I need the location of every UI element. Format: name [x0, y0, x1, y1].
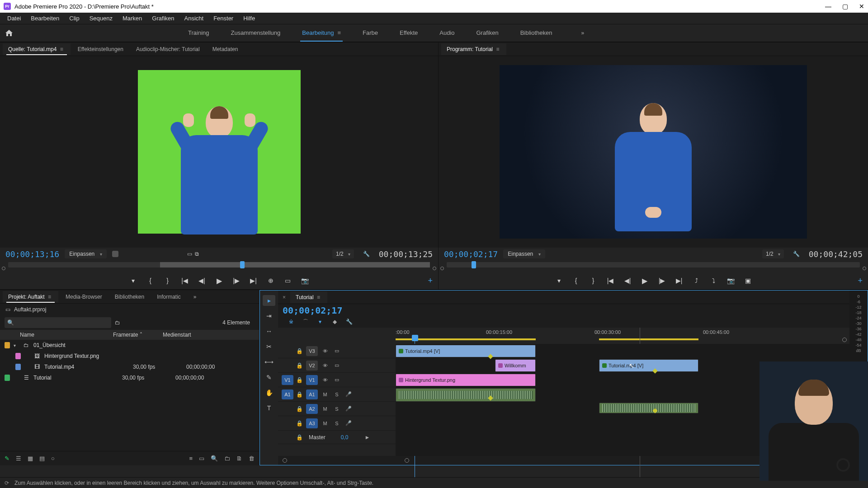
- menu-sequenz[interactable]: Sequenz: [85, 13, 117, 23]
- goto-out-button[interactable]: ▶|: [675, 276, 684, 285]
- project-header-row[interactable]: Name Framerate ˄ Medienstart: [0, 330, 259, 340]
- find-icon[interactable]: 🔍: [211, 455, 218, 462]
- eye-icon[interactable]: 👁: [321, 348, 330, 354]
- menu-hilfe[interactable]: Hilfe: [239, 13, 259, 23]
- step-fwd-button[interactable]: |▶: [657, 276, 666, 285]
- ws-overflow-icon[interactable]: »: [581, 30, 584, 36]
- goto-out-button[interactable]: ▶|: [249, 276, 258, 285]
- master-value[interactable]: 0,0: [341, 434, 349, 441]
- label-swatch[interactable]: [5, 342, 10, 348]
- program-fit-dropdown[interactable]: Einpassen: [503, 249, 545, 258]
- list-view-icon[interactable]: ☰: [16, 455, 21, 462]
- program-viewer[interactable]: [439, 56, 868, 248]
- button-editor-icon[interactable]: +: [858, 276, 863, 286]
- source-res-dropdown[interactable]: 1/2: [332, 249, 354, 258]
- source-viewer[interactable]: [0, 56, 438, 248]
- track-target-a3[interactable]: A3: [306, 418, 318, 428]
- project-row[interactable]: 🎞 Tutorial.mp4 30,00 fps 00;00;00;00: [0, 361, 259, 372]
- close-button[interactable]: ✕: [859, 3, 864, 10]
- disclosure-icon[interactable]: ▾: [14, 343, 19, 348]
- mute-button[interactable]: M: [321, 406, 330, 412]
- track-target-a2[interactable]: A2: [306, 404, 318, 414]
- clip-audio[interactable]: [396, 388, 536, 402]
- lock-icon[interactable]: 🔒: [296, 434, 303, 441]
- sort-icon[interactable]: ≡: [189, 455, 193, 462]
- tabs-overflow-icon[interactable]: »: [188, 291, 202, 303]
- eye-icon[interactable]: 👁: [321, 377, 330, 383]
- step-back-button[interactable]: ◀|: [623, 276, 632, 285]
- comparison-button[interactable]: ▣: [743, 276, 752, 285]
- zoom-handle-icon[interactable]: [842, 338, 847, 342]
- clip-image[interactable]: Hintergrund Textur.png: [396, 374, 536, 386]
- project-row[interactable]: ☰ Tutorial 30,00 fps 00;00;00;00: [0, 372, 259, 383]
- solo-button[interactable]: S: [332, 392, 341, 397]
- ws-farbe[interactable]: Farbe: [361, 25, 380, 42]
- tab-menu-icon[interactable]: ≡: [58, 46, 65, 52]
- program-timebar[interactable]: [439, 260, 868, 272]
- automate-icon[interactable]: ▭: [199, 455, 204, 462]
- menu-bearbeiten[interactable]: Bearbeiten: [26, 13, 64, 23]
- clip-title[interactable]: Willkomm: [495, 359, 536, 372]
- lock-icon[interactable]: 🔒: [296, 406, 303, 412]
- home-icon[interactable]: [4, 28, 14, 38]
- icon-view-icon[interactable]: ▦: [28, 455, 33, 462]
- label-swatch[interactable]: [5, 375, 10, 381]
- project-row[interactable]: 🖼 Hintergrund Textur.png: [0, 351, 259, 361]
- ws-bearbeitung[interactable]: Bearbeitung≡: [300, 25, 343, 42]
- col-name[interactable]: Name: [5, 332, 113, 338]
- insert-button[interactable]: ⊕: [266, 276, 275, 285]
- menu-grafiken[interactable]: Grafiken: [147, 13, 179, 23]
- track-target-a1[interactable]: A1: [306, 389, 318, 399]
- eye-icon[interactable]: 👁: [321, 363, 330, 368]
- tab-program[interactable]: Programm: Tutorial ≡: [441, 43, 506, 55]
- menu-marken[interactable]: Marken: [118, 13, 146, 23]
- maximize-button[interactable]: ▢: [842, 3, 848, 10]
- solo-button[interactable]: S: [332, 406, 341, 412]
- goto-in-button[interactable]: |◀: [606, 276, 615, 285]
- timeline-ruler[interactable]: :00:00 00:00:15:00 00:00:30:00 00:00:45:…: [396, 328, 849, 344]
- lock-icon[interactable]: 🔒: [296, 377, 303, 383]
- menu-fenster[interactable]: Fenster: [209, 13, 238, 23]
- settings-icon[interactable]: 🔧: [345, 318, 353, 326]
- mute-button[interactable]: M: [321, 392, 330, 397]
- sequence-tab[interactable]: Tutorial ≡: [290, 291, 327, 303]
- mark-out-button[interactable]: }: [589, 276, 598, 285]
- tab-menu-icon[interactable]: ≡: [315, 294, 322, 300]
- minimize-button[interactable]: —: [825, 3, 831, 10]
- tab-media-browser[interactable]: Media-Browser: [60, 291, 108, 303]
- tab-effekteinstellungen[interactable]: Effekteinstellungen: [72, 43, 129, 55]
- linked-selection-icon[interactable]: ⌒: [302, 318, 310, 326]
- tab-menu-icon[interactable]: ≡: [46, 294, 53, 300]
- item-name[interactable]: Tutorial: [33, 375, 118, 381]
- project-row[interactable]: ▾ 🗀 01_Übersicht: [0, 340, 259, 351]
- close-sequence-icon[interactable]: ×: [281, 294, 288, 300]
- overwrite-button[interactable]: ▭: [283, 276, 292, 285]
- source-timecode[interactable]: 00;00;13;16: [5, 249, 59, 259]
- step-fwd-button[interactable]: |▶: [232, 276, 241, 285]
- ws-audio[interactable]: Audio: [438, 25, 456, 42]
- type-tool[interactable]: T: [263, 403, 275, 413]
- source-patch-v1[interactable]: V1: [282, 375, 293, 385]
- new-item-icon[interactable]: 🗎: [236, 455, 242, 462]
- lock-icon[interactable]: 🔒: [296, 348, 303, 354]
- ws-effekte[interactable]: Effekte: [398, 25, 420, 42]
- play-button[interactable]: ▶: [215, 276, 224, 285]
- track-select-tool[interactable]: ⇥: [263, 310, 275, 321]
- program-res-dropdown[interactable]: 1/2: [762, 249, 784, 258]
- record-icon[interactable]: 🎤: [344, 406, 353, 412]
- step-back-button[interactable]: ◀|: [198, 276, 207, 285]
- source-patch-a1[interactable]: A1: [282, 389, 293, 399]
- new-bin-icon[interactable]: 🗀: [224, 455, 230, 462]
- source-timebar[interactable]: [0, 260, 438, 272]
- extract-button[interactable]: ⤵: [709, 276, 718, 285]
- hand-tool[interactable]: ✋: [263, 387, 275, 398]
- slip-tool[interactable]: ⟷: [263, 357, 275, 367]
- razor-tool[interactable]: ✂: [263, 341, 275, 352]
- play-button[interactable]: ▶: [640, 276, 649, 285]
- drag-video-icon[interactable]: ▭: [187, 251, 192, 257]
- ws-menu-icon[interactable]: ≡: [337, 29, 341, 36]
- master-meter-icon[interactable]: ►: [364, 434, 370, 441]
- label-swatch[interactable]: [15, 353, 21, 359]
- tab-audiomixer[interactable]: Audioclip-Mischer: Tutorial: [131, 43, 205, 55]
- track-target-v3[interactable]: V3: [306, 346, 318, 356]
